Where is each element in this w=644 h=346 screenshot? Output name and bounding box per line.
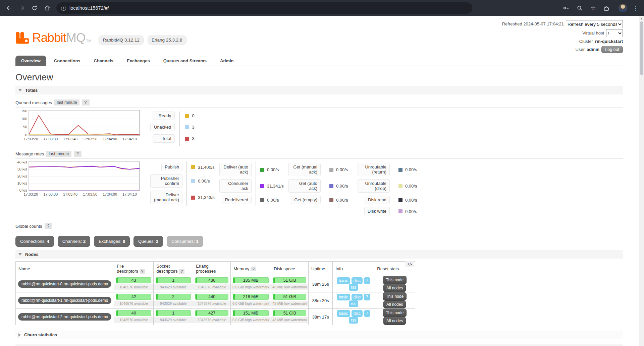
site-info-icon[interactable]: i bbox=[61, 6, 66, 11]
svg-text:17:03:50: 17:03:50 bbox=[83, 192, 97, 196]
extensions-puzzle-icon[interactable] bbox=[601, 2, 611, 14]
legend-label-ready[interactable]: Ready bbox=[153, 112, 175, 120]
node-name-pill[interactable]: rabbit@rm-quickstart-0.rm-quickstart-pod… bbox=[18, 280, 111, 288]
back-icon[interactable] bbox=[3, 2, 15, 14]
reset-stats-all-nodes-button[interactable]: All nodes bbox=[383, 300, 406, 308]
svg-text:10 k/s: 10 k/s bbox=[17, 181, 28, 185]
tab-exchanges[interactable]: Exchanges bbox=[121, 56, 156, 66]
svg-text:17:04:00: 17:04:00 bbox=[103, 137, 117, 141]
profile-avatar[interactable] bbox=[619, 4, 627, 12]
password-key-icon[interactable] bbox=[561, 2, 571, 14]
metric-bar: 42 bbox=[116, 294, 151, 300]
metric-caption: 48 MiB low watermark bbox=[271, 317, 308, 323]
reload-icon[interactable] bbox=[29, 2, 40, 14]
browser-menu-icon[interactable]: ⋮ bbox=[631, 2, 641, 14]
queued-help-icon[interactable]: ? bbox=[82, 99, 90, 106]
virtual-host-select[interactable]: / bbox=[606, 29, 623, 37]
rate-label-unroutable-drop[interactable]: Unroutable (drop) bbox=[358, 179, 390, 193]
logout-button[interactable]: Log out bbox=[601, 46, 623, 53]
global-count-connections[interactable]: Connections: 4 bbox=[15, 236, 54, 247]
tab-admin[interactable]: Admin bbox=[214, 56, 239, 66]
help-icon[interactable]: ? bbox=[140, 269, 145, 274]
help-icon[interactable]: ? bbox=[179, 269, 184, 274]
section-churn[interactable]: Churn statistics bbox=[15, 331, 623, 339]
rate-label-disk-write[interactable]: Disk write bbox=[364, 207, 390, 215]
metric-caption: 943629 available bbox=[154, 284, 193, 290]
reset-stats-this-node-button[interactable]: This node bbox=[383, 292, 407, 300]
home-icon[interactable] bbox=[42, 2, 53, 14]
rabbitmq-page: RabbitMQ TM RabbitMQ 3.12.12 Erlang 25.3… bbox=[0, 16, 639, 346]
tab-overview[interactable]: Overview bbox=[15, 56, 46, 66]
forward-icon[interactable] bbox=[16, 2, 28, 14]
refreshed-timestamp: Refreshed 2024-05-07 17:04:21 bbox=[502, 21, 564, 27]
rates-help-icon[interactable]: ? bbox=[74, 151, 82, 157]
url-text[interactable]: localhost:15672/#/ bbox=[69, 5, 109, 11]
node-row: rabbit@rm-quickstart-1.rm-quickstart-pod… bbox=[16, 292, 415, 309]
section-totals[interactable]: Totals bbox=[15, 86, 623, 94]
reset-stats-this-node-button[interactable]: This node bbox=[383, 276, 407, 284]
legend-label-unacked[interactable]: Unacked bbox=[150, 123, 175, 131]
svg-text:17:03:20: 17:03:20 bbox=[23, 137, 38, 141]
node-name-pill[interactable]: rabbit@rm-quickstart-2.rm-quickstart-pod… bbox=[18, 313, 111, 321]
scrollbar-up-arrow[interactable]: ▲ bbox=[639, 16, 644, 21]
rate-value-publisher-confirm: 0.00/s bbox=[186, 173, 215, 189]
rate-swatch bbox=[329, 168, 333, 172]
node-name-pill[interactable]: rabbit@rm-quickstart-1.rm-quickstart-pod… bbox=[18, 297, 111, 304]
logo-tm: TM bbox=[86, 39, 92, 43]
queued-messages-legend: Ready0Unacked3Total3 bbox=[150, 112, 203, 146]
reset-stats-all-nodes-button[interactable]: All nodes bbox=[383, 284, 406, 292]
rate-value-text: 0.00/s bbox=[267, 167, 279, 172]
rate-label-get-empty[interactable]: Get (empty) bbox=[291, 196, 321, 204]
rate-label-deliver-manual-ack[interactable]: Deliver (manual ack) bbox=[150, 191, 182, 204]
global-count-exchanges[interactable]: Exchanges: 8 bbox=[94, 236, 130, 247]
metric-caption: 6.0 GiB high watermark bbox=[231, 317, 271, 323]
rate-label-publisher-confirm[interactable]: Publisher confirm bbox=[150, 174, 182, 188]
browser-toolbar: i localhost:15672/#/ ☆ ⋮ bbox=[0, 0, 644, 16]
reset-stats-all-nodes-button[interactable]: All nodes bbox=[383, 317, 406, 325]
rabbitmq-logo-icon bbox=[15, 31, 30, 45]
nodes-col-erlang-processes: Erlang processes bbox=[193, 262, 231, 276]
global-counts-help-icon[interactable]: ? bbox=[45, 223, 52, 229]
queued-range-chip[interactable]: last minute bbox=[54, 99, 79, 106]
metric-bar: 51 GiB bbox=[273, 310, 306, 316]
rates-range-chip[interactable]: last minute bbox=[46, 151, 71, 157]
scrollbar-thumb[interactable] bbox=[640, 21, 643, 75]
rate-label-get-auto-ack[interactable]: Get (auto ack) bbox=[288, 179, 321, 193]
rate-label-unroutable-return[interactable]: Unroutable (return) bbox=[358, 163, 390, 176]
global-counts-buttons: Connections: 4Channels: 2Exchanges: 8Que… bbox=[15, 236, 623, 247]
refresh-interval-select[interactable]: Refresh every 5 seconds bbox=[566, 20, 623, 28]
search-zoom-icon[interactable] bbox=[575, 2, 585, 14]
tab-channels[interactable]: Channels bbox=[88, 56, 119, 66]
rate-label-get-manual-ack[interactable]: Get (manual ack) bbox=[288, 163, 321, 176]
node-name-cell: rabbit@rm-quickstart-0.rm-quickstart-pod… bbox=[16, 276, 114, 292]
bookmark-star-icon[interactable]: ☆ bbox=[588, 2, 598, 14]
rabbitmq-logo[interactable]: RabbitMQ TM RabbitMQ 3.12.12 Erlang 25.3… bbox=[15, 21, 186, 54]
rate-value-redelivered: 0.00/s bbox=[256, 194, 284, 206]
svg-text:17:04:10: 17:04:10 bbox=[122, 137, 137, 141]
svg-text:17:03:50: 17:03:50 bbox=[83, 137, 97, 141]
global-count-channels[interactable]: Channels: 2 bbox=[58, 236, 90, 247]
rate-label-consumer-ack[interactable]: Consumer ack bbox=[219, 179, 252, 193]
node-metric-cell: 218 MiB6.0 GiB high watermark bbox=[231, 292, 271, 309]
tab-queues-and-streams[interactable]: Queues and Streams bbox=[158, 56, 212, 66]
rate-label-disk-read[interactable]: Disk read bbox=[365, 196, 390, 204]
metric-caption: 1048576 available bbox=[193, 284, 230, 290]
address-bar[interactable]: i localhost:15672/#/ bbox=[56, 2, 472, 14]
rate-swatch bbox=[329, 198, 333, 202]
rate-label-deliver-auto-ack[interactable]: Deliver (auto ack) bbox=[219, 163, 252, 176]
info-badge-disc: disc bbox=[352, 294, 363, 300]
help-icon[interactable]: ? bbox=[251, 267, 256, 271]
rate-value-consumer-ack: 31,341/s bbox=[256, 178, 284, 194]
legend-label-total[interactable]: Total bbox=[153, 134, 175, 143]
section-ports[interactable]: Ports and contexts bbox=[15, 344, 623, 346]
section-nodes[interactable]: Nodes bbox=[15, 250, 623, 259]
page-scrollbar[interactable]: ▲ bbox=[639, 16, 644, 346]
rate-swatch bbox=[191, 196, 195, 200]
global-count-queues[interactable]: Queues: 2 bbox=[133, 236, 163, 247]
columns-toggle[interactable]: +/- bbox=[406, 261, 414, 267]
rate-label-redelivered[interactable]: Redelivered bbox=[222, 196, 252, 204]
reset-stats-this-node-button[interactable]: This node bbox=[383, 309, 407, 317]
tab-connections[interactable]: Connections bbox=[48, 56, 86, 66]
rate-label-publish[interactable]: Publish bbox=[161, 163, 182, 171]
rate-value-text: 0.00/s bbox=[267, 198, 279, 203]
